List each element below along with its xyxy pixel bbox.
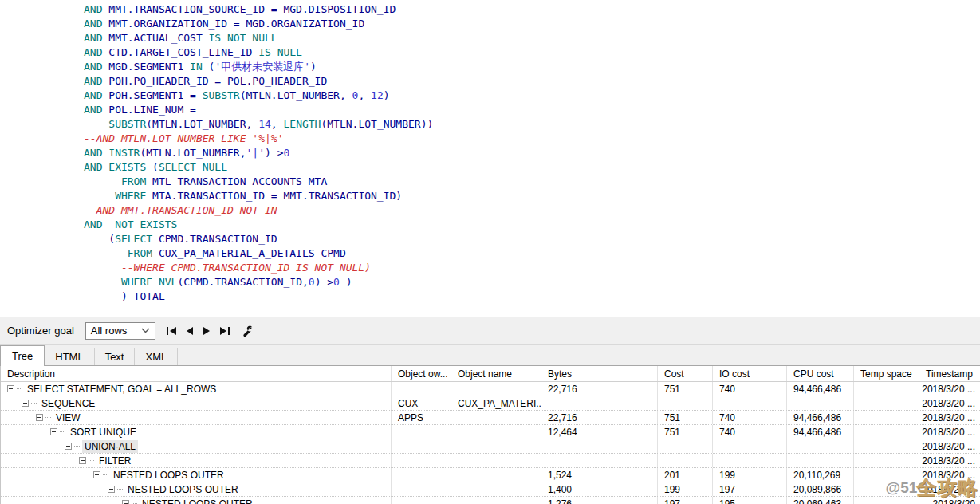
collapse-minus-icon[interactable] — [108, 486, 115, 493]
plan-cell-owner — [392, 482, 451, 496]
collapse-minus-icon[interactable] — [50, 428, 57, 435]
column-header-io-cost[interactable]: IO cost — [713, 366, 787, 381]
plan-row-description: SORT UNIQUE — [1, 425, 392, 439]
plan-cell-io — [713, 396, 787, 410]
column-header-timestamp[interactable]: Timestamp — [919, 366, 980, 381]
plan-cell-name — [451, 468, 541, 482]
plan-table-row[interactable]: SORT UNIQUE12,46475174094,466,4862018/3/… — [1, 425, 980, 439]
plan-table-row[interactable]: VIEWAPPS22,71675174094,466,4862018/3/20 … — [1, 411, 980, 425]
plan-table-row[interactable]: NESTED LOOPS OUTER1,52420119920,110,2692… — [1, 468, 980, 482]
sql-code-line: AND MMT.ACTUAL_COST IS NOT NULL — [84, 31, 980, 45]
plan-operation-label[interactable]: NESTED LOOPS OUTER — [111, 469, 226, 482]
collapse-minus-icon[interactable] — [36, 414, 43, 421]
plan-table-header: Description Object ow... Object name Byt… — [1, 366, 980, 382]
collapse-minus-icon[interactable] — [65, 443, 72, 450]
plan-cell-bytes: 1,400 — [541, 482, 658, 496]
plan-cell-temp — [854, 396, 919, 410]
sql-code-line: AND NOT EXISTS — [84, 218, 980, 232]
collapse-minus-icon[interactable] — [22, 400, 29, 407]
preferences-wrench-button[interactable] — [241, 325, 254, 337]
sql-code-line: FROM MTL_TRANSACTION_ACCOUNTS MTA — [84, 175, 980, 189]
plan-cell-owner: APPS — [392, 411, 451, 424]
plan-operation-label[interactable]: SELECT STATEMENT, GOAL = ALL_ROWS — [25, 383, 218, 396]
plan-cell-ts: 2018/3/20 ... — [919, 411, 980, 424]
plan-row-description: NESTED LOOPS OUTER — [1, 497, 392, 504]
plan-cell-owner — [392, 468, 451, 482]
plan-cell-name — [451, 439, 541, 453]
sql-code-line: --AND MTLN.LOT_NUMBER LIKE '%|%' — [84, 132, 980, 146]
collapse-minus-icon[interactable] — [79, 457, 86, 464]
plan-table-row[interactable]: FILTER2018/3/20 ... — [1, 454, 980, 468]
plan-cell-cpu — [787, 454, 854, 467]
plan-cell-owner — [392, 439, 451, 453]
plan-cell-owner — [392, 497, 451, 504]
plan-cell-owner — [392, 425, 451, 439]
plan-cell-ts: 2018/3/20 ... — [919, 439, 980, 453]
column-header-bytes[interactable]: Bytes — [541, 366, 658, 381]
plan-cell-name — [451, 425, 541, 439]
tab-text[interactable]: Text — [95, 348, 136, 365]
plan-cell-io: 740 — [713, 382, 787, 396]
plan-table-row[interactable]: NESTED LOOPS OUTER1,27619719520,069,4632… — [1, 497, 980, 504]
plan-cell-bytes: 12,464 — [541, 425, 658, 439]
column-header-cpu-cost[interactable]: CPU cost — [787, 366, 854, 381]
tree-connector — [45, 417, 51, 418]
tree-connector — [103, 474, 108, 475]
tree-connector — [60, 431, 65, 432]
plan-operation-label[interactable]: UNION-ALL — [82, 440, 138, 453]
plan-table-row[interactable]: SEQUENCECUXCUX_PA_MATERI...2018/3/20 ... — [1, 396, 980, 411]
sql-editor-pane[interactable]: AND MMT.TRANSACTION_SOURCE_ID = MGD.DISP… — [0, 0, 980, 317]
plan-cell-name — [451, 411, 541, 424]
collapse-minus-icon[interactable] — [93, 471, 100, 478]
plan-cell-cpu — [787, 396, 854, 410]
tab-html[interactable]: HTML — [45, 348, 94, 365]
sql-code-line: WHERE NVL(CPMD.TRANSACTION_ID,0) >0 ) — [84, 275, 980, 289]
tab-xml[interactable]: XML — [135, 348, 178, 365]
plan-cell-cpu: 94,466,486 — [787, 425, 854, 439]
tree-connector — [31, 403, 37, 404]
sql-code-line: FROM CUX_PA_MATERIAL_A_DETAILS CPMD — [84, 246, 980, 261]
optimizer-goal-select[interactable]: All rows — [85, 322, 155, 340]
plan-cell-ts: 2018/3/20 ... — [919, 468, 980, 482]
plan-row-description: NESTED LOOPS OUTER — [1, 468, 392, 482]
next-record-button[interactable] — [202, 325, 211, 337]
plan-operation-label[interactable]: SEQUENCE — [39, 397, 97, 410]
plan-cell-cpu: 94,466,486 — [787, 382, 854, 396]
column-header-object-name[interactable]: Object name — [451, 366, 541, 381]
sql-code[interactable]: AND MMT.TRANSACTION_SOURCE_ID = MGD.DISP… — [0, 0, 980, 304]
first-record-button[interactable] — [165, 325, 178, 337]
column-header-temp-space[interactable]: Temp space — [854, 366, 919, 381]
plan-table-row[interactable]: NESTED LOOPS OUTER1,40019919720,089,8662… — [1, 482, 980, 497]
plan-table-row[interactable]: SELECT STATEMENT, GOAL = ALL_ROWS22,7167… — [1, 382, 980, 396]
plan-cell-temp — [854, 468, 919, 482]
plan-cell-cost — [658, 396, 713, 410]
plan-operation-label[interactable]: VIEW — [53, 411, 83, 424]
plan-cell-io — [713, 439, 787, 453]
column-header-cost[interactable]: Cost — [658, 366, 713, 381]
plan-cell-ts: 2018/3/20 ... — [919, 454, 980, 467]
plan-operation-label[interactable]: FILTER — [96, 455, 133, 467]
sql-code-line: AND CTD.TARGET_COST_LINE_ID IS NULL — [84, 45, 980, 60]
tab-tree[interactable]: Tree — [0, 345, 45, 366]
plan-cell-cpu: 20,069,463 — [787, 497, 854, 504]
last-record-button[interactable] — [218, 325, 231, 337]
column-header-object-owner[interactable]: Object ow... — [392, 366, 451, 381]
app-window: AND MMT.TRANSACTION_SOURCE_ID = MGD.DISP… — [0, 0, 980, 504]
collapse-minus-icon[interactable] — [122, 500, 129, 504]
plan-operation-label[interactable]: SORT UNIQUE — [68, 426, 139, 439]
tree-connector — [89, 460, 94, 461]
plan-cell-cost: 201 — [658, 468, 713, 482]
plan-cell-cost: 197 — [658, 497, 713, 504]
sql-code-line: AND POH.PO_HEADER_ID = POL.PO_HEADER_ID — [84, 74, 980, 89]
plan-operation-label[interactable]: NESTED LOOPS OUTER — [140, 498, 255, 504]
plan-cell-temp — [854, 454, 919, 467]
previous-record-button[interactable] — [185, 325, 195, 337]
plan-tabstrip: Tree HTML Text XML — [0, 345, 980, 366]
plan-cell-cost: 751 — [658, 411, 713, 424]
plan-table-row[interactable]: UNION-ALL2018/3/20 ... — [1, 439, 980, 454]
collapse-minus-icon[interactable] — [7, 385, 14, 392]
plan-cell-name — [451, 482, 541, 496]
column-header-description[interactable]: Description — [1, 366, 392, 381]
plan-operation-label[interactable]: NESTED LOOPS OUTER — [125, 483, 241, 496]
plan-cell-owner: CUX — [392, 396, 451, 410]
